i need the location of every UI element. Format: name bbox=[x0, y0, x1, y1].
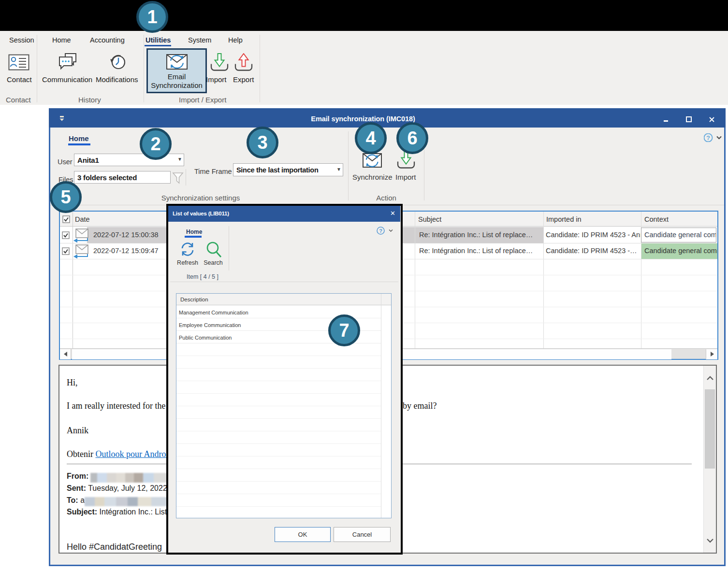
svg-text:?: ? bbox=[706, 134, 710, 142]
svg-text:?: ? bbox=[379, 228, 382, 234]
